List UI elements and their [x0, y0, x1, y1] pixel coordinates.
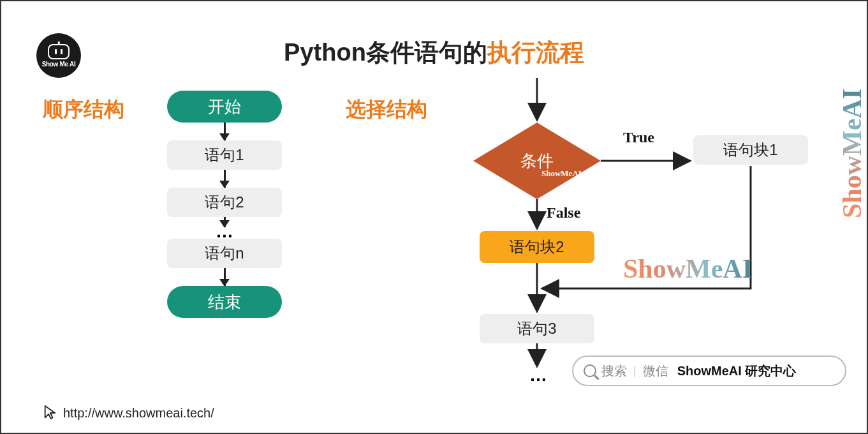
statement-block-2: 语句块2 — [480, 231, 594, 263]
cursor-icon — [43, 405, 57, 421]
search-brand: ShowMeAI 研究中心 — [677, 363, 797, 380]
logo-badge: Show Me AI — [36, 33, 81, 78]
logo-text: Show Me AI — [42, 61, 76, 68]
end-terminal: 结束 — [167, 286, 282, 318]
robot-face-icon — [48, 44, 70, 59]
footer-url: http://www.showmeai.tech/ — [63, 406, 214, 421]
search-icon — [584, 364, 596, 377]
statement-block-1: 语句块1 — [693, 135, 808, 165]
start-terminal: 开始 — [167, 91, 282, 123]
ellipsis: … — [151, 227, 298, 239]
sequential-flowchart: 开始 语句1 语句2 … 语句n 结束 — [151, 91, 298, 318]
separator: | — [633, 364, 636, 378]
ellipsis: … — [529, 365, 547, 385]
arrow-down-icon — [224, 268, 226, 286]
arrow-down-icon — [224, 123, 226, 140]
search-label: 搜索 — [601, 363, 627, 380]
watermark-small: ShowMeAI — [541, 168, 582, 179]
section-label-selection: 选择结构 — [346, 96, 427, 124]
process-step-1: 语句1 — [167, 140, 282, 170]
title-highlight: 执行流程 — [487, 39, 584, 66]
statement-3: 语句3 — [480, 314, 594, 343]
search-channel: 微信 — [643, 363, 668, 380]
arrow-down-icon — [224, 170, 226, 188]
process-step-n: 语句n — [167, 239, 282, 268]
false-label: False — [547, 204, 580, 221]
section-label-sequential: 顺序结构 — [43, 96, 124, 124]
watermark-vertical: ShowMeAI — [837, 89, 867, 218]
arrow-down-icon — [224, 217, 226, 227]
title-prefix: Python条件语句的 — [284, 39, 487, 66]
page-title: Python条件语句的执行流程 — [284, 36, 584, 69]
search-callout: 搜索 | 微信 ShowMeAI 研究中心 — [572, 355, 846, 386]
watermark-horizontal: ShowMeAI — [623, 253, 753, 284]
process-step-2: 语句2 — [167, 188, 282, 217]
footer: http://www.showmeai.tech/ — [43, 405, 214, 421]
true-label: True — [623, 129, 654, 146]
